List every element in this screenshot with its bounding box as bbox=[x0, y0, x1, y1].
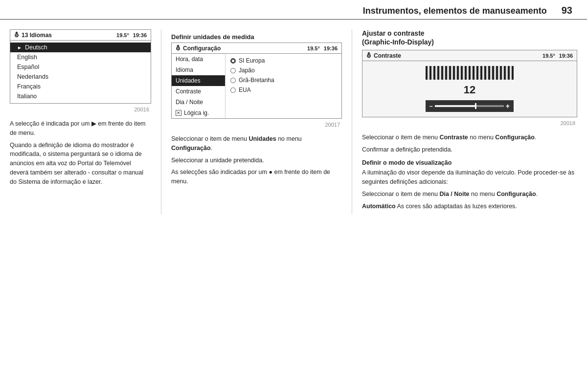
column-1: ⛢ 13 Idiomas 19.5° 19:36 ► Deutsch Engli… bbox=[10, 29, 161, 215]
radio-gra-bretanha[interactable]: Grã-Bretanha bbox=[230, 75, 337, 85]
menu-idioma[interactable]: Idioma bbox=[172, 65, 225, 75]
col3-heading-modo: Definir o modo de visualização bbox=[362, 158, 577, 168]
contrast-pattern bbox=[426, 66, 514, 80]
slider-minus-icon: – bbox=[429, 103, 433, 109]
menu-item-label: Italiano bbox=[17, 93, 37, 100]
radio-empty-icon-gra bbox=[230, 78, 236, 83]
menu-item-english[interactable]: English bbox=[10, 52, 151, 62]
menu-item-label: Español bbox=[17, 64, 39, 70]
page-title: Instrumentos, elementos de manuseamento bbox=[363, 6, 547, 16]
contraste-title: Contraste bbox=[374, 52, 401, 59]
page-number: 93 bbox=[562, 5, 572, 16]
radio-japao[interactable]: Japão bbox=[230, 65, 337, 75]
menu-item-label: Nederlands bbox=[17, 73, 48, 80]
figure-number-1: 20016 bbox=[10, 106, 151, 113]
menu-item-label: Deutsch bbox=[25, 44, 47, 51]
menu-item-nederlands[interactable]: Nederlands bbox=[10, 72, 151, 82]
col3-heading-subtitle: (Graphic-Info-Display) bbox=[362, 38, 577, 46]
col3-para-modo: A iluminação do visor depende da ilumina… bbox=[362, 168, 577, 187]
col1-para-1: A selecção é indicada por um ▶ em frente… bbox=[10, 119, 151, 138]
idiomas-header-left: ⛢ 13 Idiomas bbox=[14, 31, 52, 39]
col3-para-1: Seleccionar o item de menu Contraste no … bbox=[362, 133, 577, 142]
idiomas-temp: 19.5° bbox=[116, 32, 129, 38]
idiomas-header-right: 19.5° 19:36 bbox=[116, 32, 147, 38]
menu-item-francais[interactable]: Français bbox=[10, 82, 151, 91]
arrow-icon: ► bbox=[17, 45, 22, 50]
menu-item-label: Français bbox=[17, 83, 41, 90]
radio-label-gra-bretanha: Grã-Bretanha bbox=[239, 77, 274, 84]
configuracao-header-left: ⛢ Configuração bbox=[176, 44, 221, 52]
menu-unidades[interactable]: Unidades bbox=[172, 75, 225, 86]
contraste-screen-header: ⛢ Contraste 19.5° 19:36 bbox=[362, 50, 577, 61]
contrast-slider[interactable]: – + bbox=[426, 100, 514, 112]
bold-contraste: Contraste bbox=[439, 134, 468, 141]
bold-dia-noite: Dia / Noite bbox=[439, 191, 469, 197]
radio-eua[interactable]: EUA bbox=[230, 85, 337, 95]
configuracao-right-col: SI Europa Japão Grã-Bretanha EUA bbox=[226, 54, 341, 118]
idiomas-screen-header: ⛢ 13 Idiomas 19.5° 19:36 bbox=[10, 30, 151, 41]
bold-automatico: Automático bbox=[362, 203, 396, 210]
configuracao-left-col: Hora, data Idioma Unidades Contraste Dia… bbox=[172, 54, 226, 118]
col1-text-block: A selecção é indicada por um ▶ em frente… bbox=[10, 119, 151, 186]
idiomas-time: 19:36 bbox=[133, 32, 147, 38]
col3-section-heading: Ajustar o contraste (Graphic-Info-Displa… bbox=[362, 29, 577, 46]
figure-number-2: 20017 bbox=[171, 121, 342, 129]
figure-number-3: 20018 bbox=[362, 119, 577, 127]
column-3: Ajustar o contraste (Graphic-Info-Displa… bbox=[352, 29, 577, 215]
col2-para-1: Seleccionar o item de menu Unidades no m… bbox=[171, 134, 342, 153]
col2-text-block: Seleccionar o item de menu Unidades no m… bbox=[171, 134, 342, 186]
radio-filled-icon bbox=[230, 58, 236, 64]
col2-para-2: Seleccionar a unidade pretendida. bbox=[171, 156, 342, 165]
contraste-temp: 19.5° bbox=[542, 53, 555, 59]
radio-si-europa[interactable]: SI Europa bbox=[230, 56, 337, 65]
contraste-time: 19:36 bbox=[559, 53, 573, 59]
configuracao-temp: 19.5° bbox=[307, 45, 320, 51]
radio-empty-icon-japao bbox=[230, 68, 236, 73]
configuracao-time: 19:36 bbox=[324, 45, 338, 51]
checkbox-logica[interactable] bbox=[176, 110, 181, 116]
column-2: Definir unidades de medida ⛢ Configuraçã… bbox=[161, 29, 352, 215]
configuracao-screen-header: ⛢ Configuração 19.5° 19:36 bbox=[172, 43, 341, 54]
menu-item-espanol[interactable]: Español bbox=[10, 62, 151, 72]
bold-configuracao-2: Configuração bbox=[497, 191, 536, 197]
screen-tool-icon-3: ⛢ bbox=[366, 52, 371, 59]
contrast-number: 12 bbox=[464, 84, 475, 96]
screen-tool-icon: ⛢ bbox=[14, 31, 19, 39]
slider-plus-icon: + bbox=[506, 102, 510, 110]
checkbox-label: Lógica ig. bbox=[184, 109, 209, 116]
idiomas-title: 13 Idiomas bbox=[22, 32, 52, 39]
configuracao-title: Configuração bbox=[183, 45, 221, 52]
configuracao-two-col-menu: Hora, data Idioma Unidades Contraste Dia… bbox=[172, 54, 341, 118]
col3-text-block: Seleccionar o item de menu Contraste no … bbox=[362, 133, 577, 211]
contraste-header-left: ⛢ Contraste bbox=[366, 52, 401, 59]
contrast-inner: 12 – + bbox=[362, 61, 577, 117]
main-content: ⛢ 13 Idiomas 19.5° 19:36 ► Deutsch Engli… bbox=[0, 29, 587, 215]
slider-track bbox=[435, 105, 504, 107]
menu-logica-ig[interactable]: Lógica ig. bbox=[172, 108, 225, 118]
page-header: Instrumentos, elementos de manuseamento … bbox=[0, 0, 587, 20]
slider-thumb bbox=[475, 103, 476, 109]
col3-para-2: Confirmar a definição pretendida. bbox=[362, 145, 577, 154]
bold-configuracao: Configuração bbox=[171, 145, 211, 152]
col2-para-3: As selecções são indicadas por um ● em f… bbox=[171, 168, 342, 186]
configuracao-header-right: 19.5° 19:36 bbox=[307, 45, 338, 51]
menu-item-label: English bbox=[17, 54, 37, 61]
radio-empty-icon-eua bbox=[230, 87, 236, 93]
menu-hora-data[interactable]: Hora, data bbox=[172, 54, 225, 65]
col1-para-2: Quando a definição de idioma do mostrado… bbox=[10, 141, 151, 187]
idiomas-menu-list: ► Deutsch English Español Nederlands Fra… bbox=[10, 41, 151, 103]
col2-section-heading: Definir unidades de medida bbox=[171, 33, 342, 41]
menu-contraste[interactable]: Contraste bbox=[172, 86, 225, 97]
bold-configuracao-3: Configuração bbox=[495, 134, 535, 141]
idiomas-screen: ⛢ 13 Idiomas 19.5° 19:36 ► Deutsch Engli… bbox=[10, 29, 151, 104]
menu-item-italiano[interactable]: Italiano bbox=[10, 91, 151, 101]
col3-heading-title: Ajustar o contraste bbox=[362, 29, 577, 37]
menu-dia-noite[interactable]: Dia / Noite bbox=[172, 97, 225, 108]
slider-fill bbox=[435, 105, 476, 107]
radio-label-japao: Japão bbox=[239, 67, 255, 74]
bold-unidades: Unidades bbox=[248, 135, 276, 142]
menu-item-deutsch[interactable]: ► Deutsch bbox=[10, 43, 151, 52]
radio-label-si-europa: SI Europa bbox=[239, 57, 265, 64]
screen-tool-icon-2: ⛢ bbox=[176, 44, 181, 52]
contraste-header-right: 19.5° 19:36 bbox=[542, 53, 573, 59]
